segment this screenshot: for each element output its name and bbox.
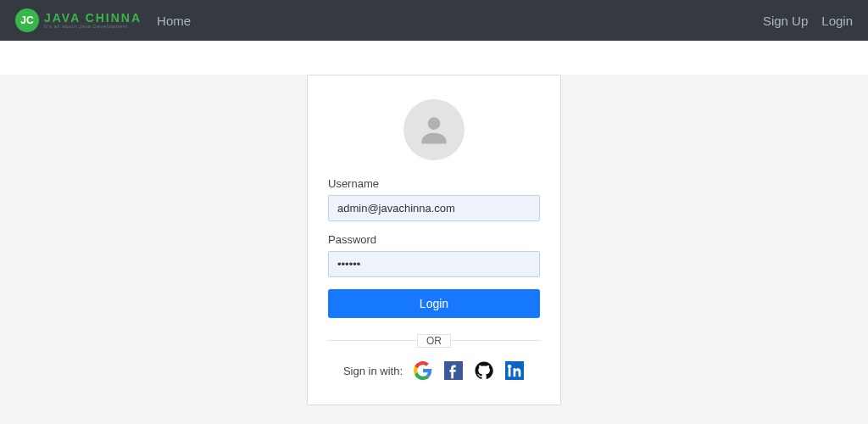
nav-home[interactable]: Home	[157, 14, 191, 28]
linkedin-icon[interactable]	[504, 360, 525, 381]
password-label: Password	[328, 233, 540, 246]
brand-name: JAVA CHINNA	[44, 12, 142, 24]
google-icon[interactable]	[413, 360, 433, 381]
navbar: JC JAVA CHINNA It's all about Java Devel…	[0, 0, 868, 41]
username-input[interactable]	[328, 195, 540, 221]
divider: OR	[328, 333, 540, 347]
brand-tagline: It's all about Java Development	[44, 24, 142, 29]
svg-point-0	[428, 117, 441, 130]
signin-with-label: Sign in with:	[343, 365, 403, 377]
avatar-icon	[403, 99, 465, 160]
nav-signup[interactable]: Sign Up	[763, 14, 808, 28]
facebook-icon[interactable]	[443, 360, 464, 381]
brand-logo[interactable]: JC JAVA CHINNA It's all about Java Devel…	[15, 8, 142, 32]
brand-badge: JC	[15, 8, 39, 32]
divider-text: OR	[417, 334, 451, 348]
username-group: Username	[328, 177, 540, 221]
brand-text: JAVA CHINNA It's all about Java Developm…	[44, 12, 142, 29]
username-label: Username	[328, 177, 540, 190]
nav-right: Sign Up Login	[763, 14, 853, 28]
password-group: Password	[328, 233, 540, 277]
social-row: Sign in with:	[328, 360, 540, 381]
nav-left: JC JAVA CHINNA It's all about Java Devel…	[15, 8, 191, 32]
login-card: Username Password Login OR Sign in with:	[307, 75, 561, 405]
nav-login[interactable]: Login	[821, 14, 853, 28]
whitebar	[0, 41, 868, 75]
password-input[interactable]	[328, 251, 540, 277]
login-button[interactable]: Login	[328, 289, 540, 318]
github-icon[interactable]	[474, 360, 494, 381]
avatar-wrap	[328, 99, 540, 160]
